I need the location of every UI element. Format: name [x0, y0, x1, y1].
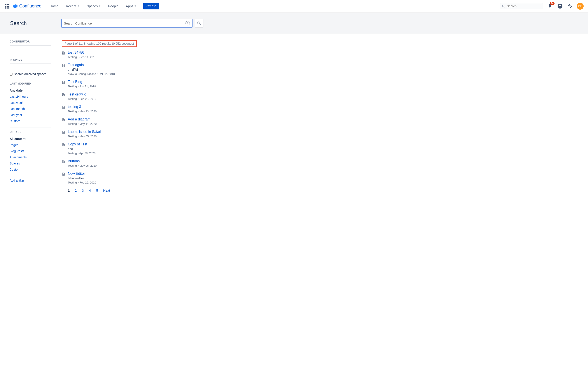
settings-icon[interactable] — [567, 3, 574, 10]
search-submit-button[interactable] — [195, 19, 203, 28]
search-results: Page 1 of 11. Showing 106 results (0.052… — [62, 40, 578, 192]
page-link[interactable]: 3 — [82, 188, 84, 192]
brand-name: Confluence — [19, 4, 41, 8]
svg-point-5 — [63, 66, 63, 66]
svg-point-7 — [63, 95, 63, 96]
nav-people[interactable]: People — [106, 2, 121, 10]
svg-line-1 — [504, 6, 505, 7]
blog-result-icon — [62, 80, 65, 84]
filter-last-modified-option[interactable]: Last month — [10, 106, 51, 112]
chevron-down-icon: ▼ — [99, 5, 101, 7]
page-icon — [62, 106, 65, 109]
nav-recent[interactable]: Recent ▼ — [63, 2, 82, 10]
result-excerpt: d f dffgf — [68, 68, 115, 72]
result-excerpt: fabric-editor — [68, 176, 96, 180]
result-title-link[interactable]: test 34756 — [68, 50, 96, 54]
result-title-link[interactable]: Test draw.io — [68, 92, 96, 96]
page-result-icon — [62, 143, 65, 146]
blog-icon — [62, 64, 65, 67]
nav-apps[interactable]: Apps ▼ — [123, 2, 139, 10]
filter-of-type-option[interactable]: Spaces — [10, 160, 51, 166]
filter-of-type-option[interactable]: Blog Posts — [10, 148, 51, 154]
result-meta: Testing • May 14, 2020 — [68, 122, 97, 126]
filter-last-modified-option[interactable]: Last year — [10, 112, 51, 118]
nav-home[interactable]: Home — [47, 2, 61, 10]
result-meta: draw.io Configurations • Oct 02, 2018 — [68, 72, 115, 76]
filter-last-modified-option[interactable]: Last week — [10, 100, 51, 106]
result-meta: Testing • May 06, 2020 — [68, 164, 97, 167]
help-icon[interactable]: ? — [557, 3, 564, 10]
page-result-icon — [62, 172, 65, 176]
confluence-icon — [13, 4, 18, 9]
page-icon — [62, 118, 65, 122]
filter-last-modified-option[interactable]: Last 24 hours — [10, 94, 51, 100]
page-result-icon — [62, 160, 65, 163]
result-title-link[interactable]: Labels issue in Safari — [68, 130, 101, 134]
results-summary-highlight: Page 1 of 11. Showing 106 results (0.052… — [62, 40, 137, 47]
search-help-icon[interactable]: ? — [186, 21, 190, 26]
brand-logo[interactable]: Confluence — [13, 4, 41, 9]
results-summary: Page 1 of 11. Showing 106 results (0.052… — [64, 42, 134, 45]
filter-of-type-option[interactable]: Custom — [10, 166, 51, 172]
result-title-link[interactable]: Buttons — [68, 159, 97, 163]
result-title-link[interactable]: Copy of Test — [68, 142, 96, 146]
filter-of-type-option[interactable]: Pages — [10, 142, 51, 148]
result-meta: Testing • Feb 25, 2020 — [68, 181, 96, 184]
page-title: Search — [10, 20, 56, 26]
search-icon — [502, 4, 505, 8]
filter-in-space-label: IN SPACE — [10, 58, 51, 61]
result-title-link[interactable]: testing 3 — [68, 105, 97, 109]
svg-point-0 — [502, 5, 504, 6]
result-title-link[interactable]: Test again — [68, 63, 115, 67]
page-icon — [62, 143, 65, 146]
user-avatar[interactable]: DB — [577, 3, 584, 10]
page-result-icon — [62, 118, 65, 122]
result-item: ButtonsTesting • May 06, 2020 — [62, 159, 578, 167]
blog-icon — [62, 80, 65, 84]
page-link[interactable]: 5 — [96, 188, 98, 192]
result-item: New Editorfabric-editorTesting • Feb 25,… — [62, 172, 578, 184]
result-item: test 34756Testing • Sep 11, 2019 — [62, 50, 578, 59]
filter-in-space-input[interactable] — [10, 64, 51, 70]
filters-sidebar: CONTRIBUTOR IN SPACE Search archived spa… — [10, 40, 51, 192]
filter-of-type-option[interactable]: All content — [10, 136, 51, 142]
filter-of-type-option[interactable]: Attachments — [10, 154, 51, 160]
add-filter-link[interactable]: Add a filter — [10, 179, 51, 182]
filter-contributor-input[interactable] — [10, 45, 51, 52]
result-item: Test draw.ioTesting • Feb 20, 2019 — [62, 92, 578, 100]
search-box[interactable]: ? — [61, 19, 193, 28]
notification-badge: 9+ — [550, 2, 555, 5]
create-button[interactable]: Create — [143, 3, 159, 10]
archived-checkbox-input[interactable] — [10, 73, 12, 76]
global-search-input[interactable] — [507, 4, 541, 8]
result-title-link[interactable]: New Editor — [68, 172, 96, 176]
filter-last-modified-label: LAST MODIFIED — [10, 82, 51, 85]
chevron-down-icon: ▼ — [77, 5, 79, 7]
page-icon — [62, 172, 65, 176]
app-switcher-icon[interactable] — [4, 4, 10, 9]
filter-of-type-label: OF TYPE — [10, 130, 51, 134]
result-excerpt: abc — [68, 147, 96, 151]
nav-spaces[interactable]: Spaces ▼ — [84, 2, 103, 10]
page-link[interactable]: 1 — [68, 188, 70, 192]
page-link[interactable]: 4 — [89, 188, 91, 192]
result-meta: Testing • May 05, 2020 — [68, 135, 101, 138]
search-input[interactable] — [64, 22, 186, 25]
gear-icon — [568, 4, 573, 8]
blog-result-icon — [62, 93, 65, 96]
filter-last-modified-option[interactable]: Custom — [10, 118, 51, 124]
blog-result-icon — [62, 64, 65, 67]
filter-archived-checkbox[interactable]: Search archived spaces — [10, 72, 51, 76]
page-link[interactable]: 2 — [75, 188, 77, 192]
top-navigation: Confluence Home Recent ▼ Spaces ▼ People… — [0, 0, 588, 12]
result-title-link[interactable]: Add a diagram — [68, 118, 97, 121]
result-item: Test BlogTesting • Jun 21, 2018 — [62, 80, 578, 88]
filter-last-modified-option[interactable]: Any date — [10, 88, 51, 94]
pagination: 12345Next — [62, 188, 578, 192]
global-search[interactable] — [500, 3, 543, 9]
result-item: testing 3Testing • May 13, 2020 — [62, 105, 578, 113]
notifications-icon[interactable]: 9+ — [547, 3, 554, 10]
page-next-link[interactable]: Next — [103, 188, 110, 192]
result-title-link[interactable]: Test Blog — [68, 80, 96, 84]
page-icon — [62, 160, 65, 163]
